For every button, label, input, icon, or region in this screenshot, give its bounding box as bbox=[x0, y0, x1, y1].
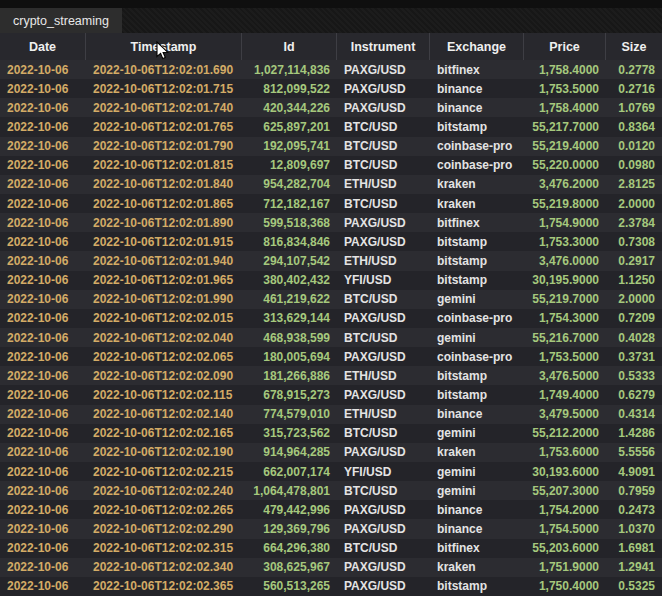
table-row[interactable]: 2022-10-062022-10-06T12:02:02.190914,964… bbox=[0, 443, 662, 462]
table-row[interactable]: 2022-10-062022-10-06T12:02:02.365560,513… bbox=[0, 577, 662, 596]
cell-instrument: BTC/USD bbox=[337, 290, 430, 309]
cell-instrument: PAXG/USD bbox=[337, 519, 430, 538]
cell-id: 1,027,114,836 bbox=[242, 60, 337, 79]
cell-size: 2.0000 bbox=[606, 194, 662, 213]
cell-size: 4.9091 bbox=[606, 462, 662, 481]
cell-id: 468,938,599 bbox=[242, 328, 337, 347]
table-row[interactable]: 2022-10-062022-10-06T12:02:01.990461,219… bbox=[0, 290, 662, 309]
column-header-price[interactable]: Price bbox=[524, 33, 606, 60]
window-top-strip bbox=[0, 0, 662, 8]
tab-bar: crypto_streaming bbox=[0, 8, 662, 33]
cell-price: 1,758.4000 bbox=[524, 98, 606, 117]
cell-instrument: PAXG/USD bbox=[337, 558, 430, 577]
cell-exchange: coinbase-pro bbox=[430, 156, 524, 175]
table-row[interactable]: 2022-10-062022-10-06T12:02:01.865712,182… bbox=[0, 194, 662, 213]
column-header-instrument[interactable]: Instrument bbox=[337, 33, 430, 60]
table-row[interactable]: 2022-10-062022-10-06T12:02:02.040468,938… bbox=[0, 328, 662, 347]
cell-date: 2022-10-06 bbox=[0, 194, 86, 213]
tab-crypto-streaming[interactable]: crypto_streaming bbox=[0, 8, 122, 33]
cell-instrument: PAXG/USD bbox=[337, 60, 430, 79]
cell-size: 0.3731 bbox=[606, 347, 662, 366]
table-row[interactable]: 2022-10-062022-10-06T12:02:01.940294,107… bbox=[0, 251, 662, 270]
cell-date: 2022-10-06 bbox=[0, 558, 86, 577]
app-window: crypto_streaming DateTimestampIdInstrume… bbox=[0, 0, 662, 596]
cell-exchange: gemini bbox=[430, 290, 524, 309]
cell-exchange: bitstamp bbox=[430, 366, 524, 385]
cell-timestamp: 2022-10-06T12:02:02.240 bbox=[86, 481, 242, 500]
cell-id: 678,915,273 bbox=[242, 385, 337, 404]
column-header-timestamp[interactable]: Timestamp bbox=[86, 33, 242, 60]
cell-date: 2022-10-06 bbox=[0, 117, 86, 136]
cell-price: 1,753.6000 bbox=[524, 443, 606, 462]
cell-date: 2022-10-06 bbox=[0, 481, 86, 500]
cell-exchange: coinbase-pro bbox=[430, 347, 524, 366]
cell-timestamp: 2022-10-06T12:02:02.090 bbox=[86, 366, 242, 385]
cell-timestamp: 2022-10-06T12:02:02.265 bbox=[86, 500, 242, 519]
cell-date: 2022-10-06 bbox=[0, 251, 86, 270]
table-row[interactable]: 2022-10-062022-10-06T12:02:02.340308,625… bbox=[0, 558, 662, 577]
cell-price: 55,212.2000 bbox=[524, 424, 606, 443]
table-row[interactable]: 2022-10-062022-10-06T12:02:02.140774,579… bbox=[0, 405, 662, 424]
cell-size: 0.2473 bbox=[606, 500, 662, 519]
table-row[interactable]: 2022-10-062022-10-06T12:02:01.740420,344… bbox=[0, 98, 662, 117]
cell-instrument: BTC/USD bbox=[337, 117, 430, 136]
cell-exchange: bitstamp bbox=[430, 117, 524, 136]
table-row[interactable]: 2022-10-062022-10-06T12:02:01.6901,027,1… bbox=[0, 60, 662, 79]
cell-id: 774,579,010 bbox=[242, 405, 337, 424]
table-header-row: DateTimestampIdInstrumentExchangePriceSi… bbox=[0, 33, 662, 60]
table-row[interactable]: 2022-10-062022-10-06T12:02:02.165315,723… bbox=[0, 424, 662, 443]
cell-date: 2022-10-06 bbox=[0, 137, 86, 156]
table-row[interactable]: 2022-10-062022-10-06T12:02:01.965380,402… bbox=[0, 271, 662, 290]
table-row[interactable]: 2022-10-062022-10-06T12:02:02.315664,296… bbox=[0, 539, 662, 558]
table-row[interactable]: 2022-10-062022-10-06T12:02:02.2401,064,4… bbox=[0, 481, 662, 500]
cell-timestamp: 2022-10-06T12:02:01.865 bbox=[86, 194, 242, 213]
column-header-date[interactable]: Date bbox=[0, 33, 86, 60]
table-row[interactable]: 2022-10-062022-10-06T12:02:01.890599,518… bbox=[0, 213, 662, 232]
cell-exchange: bitstamp bbox=[430, 385, 524, 404]
cell-instrument: ETH/USD bbox=[337, 405, 430, 424]
cell-id: 560,513,265 bbox=[242, 577, 337, 596]
table-row[interactable]: 2022-10-062022-10-06T12:02:02.065180,005… bbox=[0, 347, 662, 366]
cell-size: 0.7959 bbox=[606, 481, 662, 500]
cell-instrument: PAXG/USD bbox=[337, 500, 430, 519]
cell-timestamp: 2022-10-06T12:02:02.190 bbox=[86, 443, 242, 462]
table-row[interactable]: 2022-10-062022-10-06T12:02:01.790192,095… bbox=[0, 137, 662, 156]
cell-size: 2.0000 bbox=[606, 290, 662, 309]
table-row[interactable]: 2022-10-062022-10-06T12:02:02.215662,007… bbox=[0, 462, 662, 481]
table-row[interactable]: 2022-10-062022-10-06T12:02:01.81512,809,… bbox=[0, 156, 662, 175]
cell-instrument: PAXG/USD bbox=[337, 443, 430, 462]
cell-date: 2022-10-06 bbox=[0, 577, 86, 596]
table-row[interactable]: 2022-10-062022-10-06T12:02:02.290129,369… bbox=[0, 519, 662, 538]
cell-instrument: PAXG/USD bbox=[337, 347, 430, 366]
cell-instrument: BTC/USD bbox=[337, 328, 430, 347]
cell-price: 1,753.3000 bbox=[524, 232, 606, 251]
cell-size: 1.6981 bbox=[606, 539, 662, 558]
table-row[interactable]: 2022-10-062022-10-06T12:02:01.915816,834… bbox=[0, 232, 662, 251]
cell-timestamp: 2022-10-06T12:02:01.815 bbox=[86, 156, 242, 175]
table-row[interactable]: 2022-10-062022-10-06T12:02:01.715812,099… bbox=[0, 79, 662, 98]
cell-exchange: kraken bbox=[430, 175, 524, 194]
table-row[interactable]: 2022-10-062022-10-06T12:02:02.265479,442… bbox=[0, 500, 662, 519]
cell-id: 914,964,285 bbox=[242, 443, 337, 462]
table-row[interactable]: 2022-10-062022-10-06T12:02:02.115678,915… bbox=[0, 385, 662, 404]
cell-timestamp: 2022-10-06T12:02:02.340 bbox=[86, 558, 242, 577]
cell-timestamp: 2022-10-06T12:02:01.890 bbox=[86, 213, 242, 232]
cell-price: 1,754.9000 bbox=[524, 213, 606, 232]
column-header-exchange[interactable]: Exchange bbox=[430, 33, 524, 60]
table-row[interactable]: 2022-10-062022-10-06T12:02:01.765625,897… bbox=[0, 117, 662, 136]
cell-timestamp: 2022-10-06T12:02:01.790 bbox=[86, 137, 242, 156]
cell-size: 0.5333 bbox=[606, 366, 662, 385]
cell-instrument: PAXG/USD bbox=[337, 309, 430, 328]
table-row[interactable]: 2022-10-062022-10-06T12:02:01.840954,282… bbox=[0, 175, 662, 194]
table-row[interactable]: 2022-10-062022-10-06T12:02:02.015313,629… bbox=[0, 309, 662, 328]
cell-size: 0.5325 bbox=[606, 577, 662, 596]
column-header-id[interactable]: Id bbox=[242, 33, 337, 60]
cell-timestamp: 2022-10-06T12:02:01.840 bbox=[86, 175, 242, 194]
column-header-size[interactable]: Size bbox=[606, 33, 662, 60]
cell-size: 1.0370 bbox=[606, 519, 662, 538]
cell-id: 812,099,522 bbox=[242, 79, 337, 98]
cell-exchange: gemini bbox=[430, 481, 524, 500]
table-row[interactable]: 2022-10-062022-10-06T12:02:02.090181,266… bbox=[0, 366, 662, 385]
cell-instrument: BTC/USD bbox=[337, 137, 430, 156]
cell-instrument: PAXG/USD bbox=[337, 98, 430, 117]
